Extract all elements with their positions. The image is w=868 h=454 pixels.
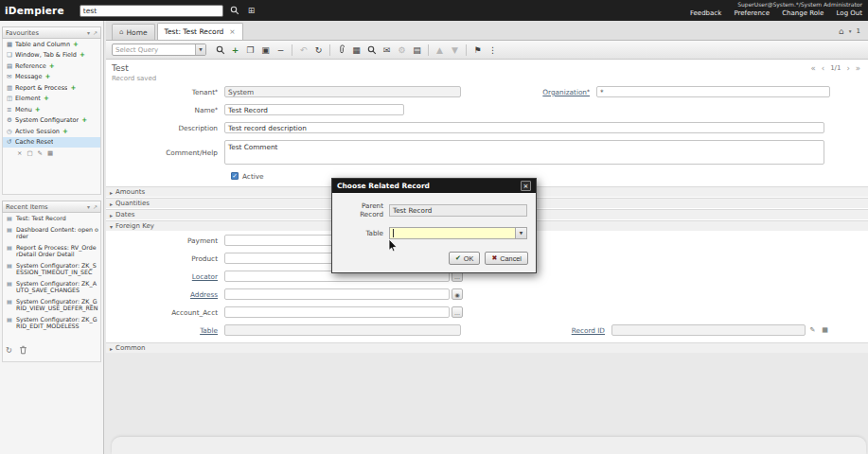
document-icon: ▤ xyxy=(7,226,14,240)
parent-record-button[interactable]: ▲ xyxy=(433,43,447,57)
print-button[interactable]: ▤ xyxy=(410,43,424,57)
recent-item[interactable]: ▤Dashboard Content: open order xyxy=(3,224,100,242)
favourite-item-message[interactable]: ✉Message+ xyxy=(3,72,100,83)
chat-button[interactable]: ✉ xyxy=(380,43,394,57)
previous-record-button[interactable]: ‹ xyxy=(822,63,824,73)
collapse-panel-icon[interactable]: ▾ xyxy=(87,29,90,36)
table-field[interactable] xyxy=(224,324,461,336)
favourite-item-table-and-column[interactable]: ▦Table and Column+ xyxy=(3,39,100,50)
favourite-item-menu[interactable]: ≡Menu+ xyxy=(3,104,100,115)
undo-button[interactable]: ↶ xyxy=(296,43,310,57)
name-field[interactable]: Test Record xyxy=(224,104,404,115)
favourite-item-window-tab-field[interactable]: ❏Window, Tab & Field+ xyxy=(3,50,100,61)
home-icon[interactable]: ⌂ xyxy=(839,26,843,36)
trash-icon[interactable] xyxy=(19,345,27,355)
recent-item[interactable]: ▤System Configurator: ZK_SESSION_TIMEOUT… xyxy=(3,260,100,278)
add-icon[interactable]: + xyxy=(62,128,68,135)
detail-record-button[interactable]: ▼ xyxy=(448,43,462,57)
chevron-down-icon[interactable]: ▼ xyxy=(195,44,205,55)
recent-item[interactable]: ▤Test: Test Record xyxy=(3,213,100,224)
account-acct-field[interactable] xyxy=(224,306,450,318)
copy-record-button[interactable]: ❐ xyxy=(243,43,257,57)
global-search-input[interactable] xyxy=(80,6,222,16)
feedback-link[interactable]: Feedback xyxy=(690,9,721,17)
edit-record-icon[interactable]: ✎ xyxy=(807,325,818,336)
refresh-icon[interactable]: ↻ xyxy=(6,345,12,355)
popout-panel-icon[interactable]: ↗ xyxy=(93,203,97,210)
close-icon[interactable]: × xyxy=(521,181,531,191)
ok-button[interactable]: ✔ OK xyxy=(449,252,480,265)
add-icon[interactable]: + xyxy=(73,41,79,48)
first-record-button[interactable]: « xyxy=(811,63,816,73)
recent-item[interactable]: ▤Report & Process: RV_OrderDetail Order … xyxy=(3,242,100,260)
favourite-item-reference[interactable]: ▤Reference+ xyxy=(3,61,100,72)
edit-icon[interactable]: ✎ xyxy=(38,149,43,157)
process-button[interactable]: ⚙ xyxy=(395,43,409,57)
add-icon[interactable]: + xyxy=(70,84,76,92)
grid-icon[interactable]: ▦ xyxy=(820,325,830,336)
add-icon[interactable]: + xyxy=(49,62,55,70)
change-role-link[interactable]: Change Role xyxy=(782,9,824,17)
address-field[interactable] xyxy=(224,288,450,300)
tab-test-record[interactable]: Test: Test Record × xyxy=(157,23,243,40)
favourite-item-active-session[interactable]: ◷Active Session+ xyxy=(3,126,100,137)
table-label[interactable]: Table xyxy=(112,326,224,335)
requery-button[interactable]: ↻ xyxy=(311,43,326,57)
chevron-down-icon[interactable]: ▼ xyxy=(515,227,527,239)
save-record-button[interactable]: ▣ xyxy=(258,43,273,57)
last-record-button[interactable]: » xyxy=(856,63,860,73)
add-icon[interactable]: + xyxy=(44,95,49,102)
popout-panel-icon[interactable]: ↗ xyxy=(93,29,97,36)
folder-icon[interactable]: ▢ xyxy=(27,149,32,157)
grid-icon[interactable]: ▦ xyxy=(47,149,53,157)
form-row: Description Test record description xyxy=(112,122,830,133)
description-field[interactable]: Test record description xyxy=(224,122,824,133)
menu-tree-icon[interactable]: ⊞ xyxy=(248,6,256,15)
find-record-button[interactable] xyxy=(213,43,227,57)
preference-link[interactable]: Preference xyxy=(734,9,770,17)
active-checkbox[interactable]: ✓ xyxy=(231,172,239,180)
add-icon[interactable]: + xyxy=(81,116,87,124)
grid-toggle-button[interactable]: ▦ xyxy=(349,43,363,57)
zoom-across-button[interactable] xyxy=(364,43,379,57)
cancel-button[interactable]: ✖ Cancel xyxy=(485,252,528,265)
section-common[interactable]: ▸ Common xyxy=(106,342,868,353)
collapse-panel-icon[interactable]: ▾ xyxy=(87,203,90,210)
delete-record-button[interactable]: − xyxy=(274,43,288,57)
address-label[interactable]: Address xyxy=(112,290,224,299)
organization-field[interactable]: * xyxy=(596,86,830,97)
label-button[interactable]: ⚑ xyxy=(470,43,485,57)
more-actions-button[interactable]: ⋮ xyxy=(486,43,500,57)
locator-label[interactable]: Locator xyxy=(112,272,224,281)
select-query-combo[interactable]: Select Query ▼ xyxy=(112,44,206,56)
add-icon[interactable]: + xyxy=(80,51,85,59)
recent-item[interactable]: ▤System Configurator: ZK_GRID_EDIT_MODEL… xyxy=(3,314,100,332)
attachment-button[interactable] xyxy=(334,43,348,57)
recent-item[interactable]: ▤System Configurator: ZK_GRID_VIEW_USE_D… xyxy=(3,296,100,314)
add-icon[interactable]: + xyxy=(45,73,51,80)
report-icon: ▥ xyxy=(7,84,15,92)
record-id-label[interactable]: Record ID xyxy=(572,326,611,335)
location-icon[interactable]: ◉ xyxy=(452,288,463,300)
table-input[interactable] xyxy=(389,227,515,239)
close-tab-icon[interactable]: × xyxy=(229,27,235,36)
name-label: Name* xyxy=(112,106,224,114)
recent-item[interactable]: ▤System Configurator: ZK_AUTO_SAVE_CHANG… xyxy=(3,278,100,296)
next-record-button[interactable]: › xyxy=(846,63,849,73)
tab-home[interactable]: ⌂ Home xyxy=(112,24,155,40)
window-list-caret-icon[interactable]: ▾ xyxy=(849,28,852,34)
record-info-icon[interactable]: … xyxy=(452,306,463,318)
search-icon[interactable] xyxy=(230,6,239,15)
add-icon[interactable]: + xyxy=(35,106,41,114)
new-record-button[interactable]: + xyxy=(228,43,242,57)
comment-help-field[interactable]: Test Comment xyxy=(224,140,824,165)
record-title: Test xyxy=(112,63,862,73)
record-id-field[interactable] xyxy=(611,324,806,336)
remove-favourite-icon[interactable]: × xyxy=(17,149,22,157)
favourite-item-cache-reset[interactable]: ↺Cache Reset xyxy=(3,137,100,148)
favourite-item-report-process[interactable]: ▥Report & Process+ xyxy=(3,82,100,94)
organization-label[interactable]: Organization* xyxy=(542,88,596,96)
favourite-item-element[interactable]: ◫Element+ xyxy=(3,94,100,105)
favourite-item-system-configurator[interactable]: ⚙System Configurator+ xyxy=(3,115,100,127)
logout-link[interactable]: Log Out xyxy=(837,9,862,17)
